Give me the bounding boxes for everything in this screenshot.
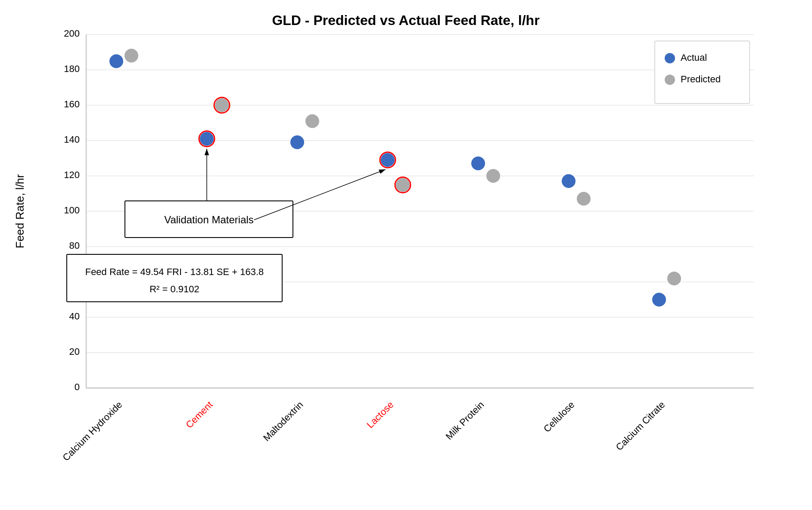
predicted-point-0 <box>124 49 138 63</box>
scatter-chart: GLD - Predicted vs Actual Feed Rate, l/h… <box>0 0 812 510</box>
validation-materials-label: Validation Materials <box>164 214 254 225</box>
svg-text:0: 0 <box>75 382 80 392</box>
svg-text:100: 100 <box>64 205 80 216</box>
actual-point-0 <box>109 54 123 68</box>
chart-container: GLD - Predicted vs Actual Feed Rate, l/h… <box>0 0 812 510</box>
legend-actual-label: Actual <box>681 52 707 63</box>
predicted-point-6 <box>667 272 681 285</box>
svg-text:120: 120 <box>64 169 80 180</box>
predicted-point-4 <box>486 169 500 183</box>
actual-point-1 <box>200 132 214 146</box>
svg-text:20: 20 <box>69 346 80 357</box>
predicted-point-2 <box>305 114 319 128</box>
svg-text:200: 200 <box>64 28 80 39</box>
svg-rect-41 <box>655 41 750 103</box>
equation-line2: R² = 0.9102 <box>149 284 199 294</box>
svg-text:80: 80 <box>69 240 80 251</box>
svg-rect-40 <box>67 254 282 302</box>
actual-point-4 <box>471 156 485 170</box>
legend-predicted-icon <box>665 75 675 85</box>
actual-point-6 <box>652 293 666 307</box>
predicted-point-1 <box>215 98 229 112</box>
svg-text:180: 180 <box>64 63 80 74</box>
svg-text:140: 140 <box>64 134 80 145</box>
legend-predicted-label: Predicted <box>681 74 721 84</box>
predicted-point-3 <box>396 178 410 192</box>
chart-title: GLD - Predicted vs Actual Feed Rate, l/h… <box>272 13 539 28</box>
y-axis-label: Feed Rate, l/hr <box>13 174 26 248</box>
actual-point-2 <box>290 135 304 149</box>
equation-line1: Feed Rate = 49.54 FRI - 13.81 SE + 163.8 <box>85 266 264 277</box>
actual-point-5 <box>562 174 576 188</box>
actual-point-3 <box>381 153 395 167</box>
legend-actual-icon <box>665 53 675 63</box>
svg-text:40: 40 <box>69 311 80 322</box>
predicted-point-5 <box>577 192 591 206</box>
svg-text:160: 160 <box>64 99 80 110</box>
